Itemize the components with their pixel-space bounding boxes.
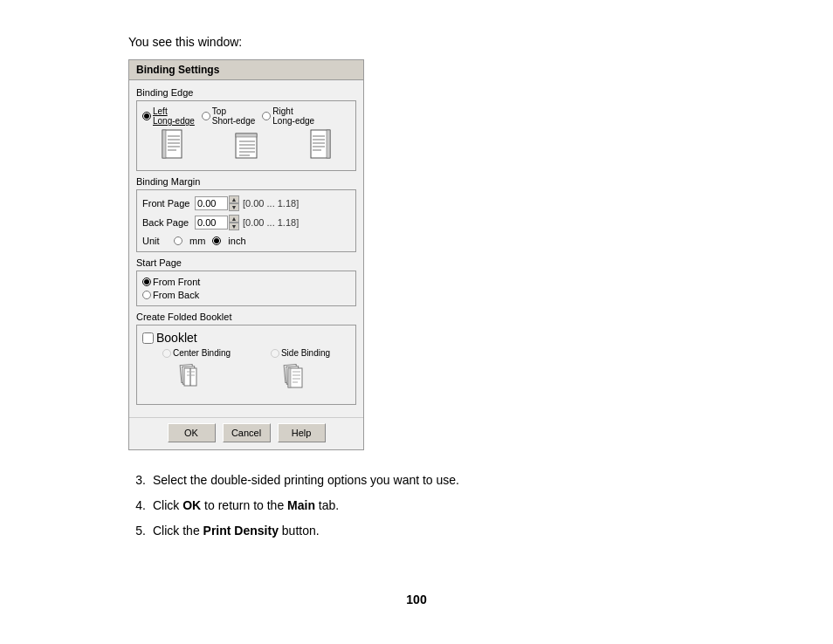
binding-margin-section: Front Page ▲ ▼ [0.00 ... 1.18] Back Page: [136, 189, 356, 252]
binding-edge-icons: [142, 129, 350, 165]
start-page-label: Start Page: [136, 257, 356, 268]
back-page-row: Back Page ▲ ▼ [0.00 ... 1.18]: [142, 215, 350, 230]
binding-edge-label: Binding Edge: [136, 87, 356, 98]
instructions-list: Select the double-sided printing options…: [128, 471, 705, 540]
svg-rect-8: [236, 134, 257, 137]
binding-edge-section: LeftLong-edge TopShort-edge: [136, 100, 356, 171]
unit-mm-radio[interactable]: [174, 236, 182, 245]
front-page-row: Front Page ▲ ▼ [0.00 ... 1.18]: [142, 195, 350, 211]
back-page-arrows[interactable]: ▲ ▼: [229, 215, 239, 230]
left-binding-icon: [159, 129, 183, 165]
center-binding-label: Center Binding: [173, 348, 231, 358]
back-page-up-arrow[interactable]: ▲: [229, 215, 239, 223]
instruction-3: Select the double-sided printing options…: [128, 471, 705, 490]
binding-edge-left-label: LeftLong-edge: [153, 106, 195, 126]
booklet-label: Booklet: [156, 331, 197, 345]
back-page-down-arrow[interactable]: ▼: [229, 223, 239, 230]
binding-edge-right-option[interactable]: RightLong-edge: [262, 106, 314, 126]
binding-margin-label: Binding Margin: [136, 176, 356, 187]
center-binding-icon: [179, 361, 210, 399]
unit-mm-label: mm: [189, 236, 205, 246]
create-folded-booklet-label: Create Folded Booklet: [136, 312, 356, 322]
back-page-label: Back Page: [142, 217, 195, 228]
instruction-4-text: Click OK to return to the Main tab.: [153, 497, 339, 515]
side-binding-icon: [283, 361, 314, 399]
binding-edge-left-radio[interactable]: [142, 112, 151, 120]
intro-text: You see this window:: [128, 35, 705, 49]
back-page-input[interactable]: [195, 216, 228, 230]
front-page-label: Front Page: [142, 198, 195, 209]
side-binding-radio[interactable]: [271, 349, 279, 358]
create-folded-booklet-section: Booklet Center Binding Side Binding: [136, 325, 356, 405]
svg-rect-1: [162, 130, 166, 158]
front-page-spinner[interactable]: ▲ ▼: [195, 195, 239, 211]
right-binding-icon: [309, 129, 334, 165]
back-page-spinner[interactable]: ▲ ▼: [195, 215, 239, 230]
front-page-arrows[interactable]: ▲ ▼: [229, 195, 239, 211]
binding-edge-right-label: RightLong-edge: [272, 106, 314, 126]
from-front-option[interactable]: From Front: [142, 277, 350, 287]
dialog-title: Binding Settings: [129, 60, 363, 80]
from-back-radio[interactable]: [142, 291, 151, 299]
cancel-button[interactable]: Cancel: [223, 423, 271, 442]
ok-bold: OK: [182, 498, 201, 512]
unit-label: Unit: [142, 236, 167, 246]
front-page-down-arrow[interactable]: ▼: [229, 203, 239, 211]
center-binding-radio[interactable]: [162, 349, 171, 358]
help-button[interactable]: Help: [278, 423, 326, 442]
instruction-5-text: Click the Print Density button.: [153, 522, 320, 540]
ok-button[interactable]: OK: [168, 423, 216, 442]
dialog-buttons: OK Cancel Help: [129, 417, 363, 449]
front-page-range: [0.00 ... 1.18]: [243, 198, 299, 209]
print-density-bold: Print Density: [203, 524, 279, 538]
instruction-5: Click the Print Density button.: [128, 522, 705, 540]
page-number: 100: [128, 593, 705, 606]
unit-inch-label: inch: [228, 236, 245, 246]
binding-edge-top-option[interactable]: TopShort-edge: [202, 106, 255, 126]
binding-edge-top-radio[interactable]: [202, 112, 210, 120]
side-binding-option[interactable]: Side Binding: [271, 348, 330, 358]
top-binding-icon: [234, 129, 258, 165]
binding-edge-top-label: TopShort-edge: [212, 106, 255, 126]
booklet-checkbox[interactable]: [142, 332, 154, 344]
start-page-section: From Front From Back: [136, 271, 356, 306]
from-back-option[interactable]: From Back: [142, 290, 350, 300]
from-front-label: From Front: [153, 277, 200, 287]
booklet-icons: [142, 361, 350, 399]
svg-rect-32: [288, 368, 291, 387]
booklet-binding-options: Center Binding Side Binding: [142, 348, 350, 358]
start-page-options: From Front From Back: [142, 277, 350, 300]
from-front-radio[interactable]: [142, 277, 151, 286]
instruction-3-text: Select the double-sided printing options…: [153, 471, 459, 490]
booklet-checkbox-row[interactable]: Booklet: [142, 331, 350, 345]
binding-edge-right-radio[interactable]: [262, 112, 271, 120]
unit-row: Unit mm inch: [142, 236, 350, 246]
from-back-label: From Back: [153, 290, 199, 300]
back-page-range: [0.00 ... 1.18]: [243, 217, 299, 228]
unit-inch-radio[interactable]: [212, 236, 221, 245]
binding-settings-dialog: Binding Settings Binding Edge LeftLong-e…: [128, 59, 364, 450]
front-page-input[interactable]: [195, 196, 228, 210]
front-page-up-arrow[interactable]: ▲: [229, 195, 239, 203]
main-bold: Main: [287, 498, 315, 512]
side-binding-label: Side Binding: [281, 348, 330, 358]
svg-rect-15: [327, 130, 330, 158]
center-binding-option[interactable]: Center Binding: [162, 348, 231, 358]
instruction-4: Click OK to return to the Main tab.: [128, 497, 705, 515]
binding-edge-left-option[interactable]: LeftLong-edge: [142, 106, 195, 126]
